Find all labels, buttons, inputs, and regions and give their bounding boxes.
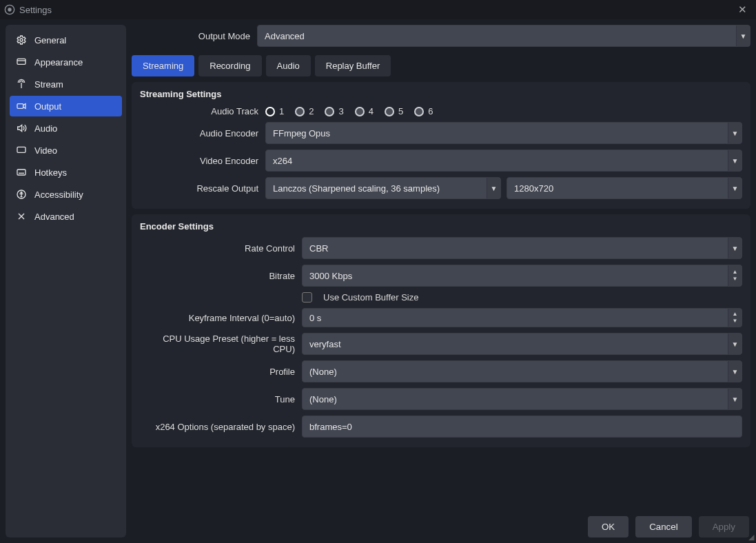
sidebar-item-output[interactable]: Output (10, 96, 122, 116)
obs-logo-icon (4, 4, 15, 15)
tab-recording[interactable]: Recording (198, 55, 261, 76)
radio-label: 2 (309, 106, 314, 116)
sidebar-item-general[interactable]: General (6, 30, 126, 50)
window-close-button[interactable]: ✕ (733, 3, 752, 16)
rescale-output-label: Rescale Output (140, 183, 265, 194)
x264-opts-input[interactable] (302, 416, 742, 438)
x264-opts-label: x264 Options (separated by space) (140, 422, 302, 432)
rate-control-label: Rate Control (140, 243, 302, 254)
radio-label: 6 (428, 106, 433, 116)
dialog-footer: OK Cancel Apply (132, 512, 750, 537)
audio-encoder-row: Audio Encoder FFmpeg Opus ▼ (140, 122, 742, 144)
audio-track-radio-3[interactable]: 3 (325, 106, 343, 116)
video-encoder-select[interactable]: x264 ▼ (265, 150, 742, 172)
rescale-method-value: Lanczos (Sharpened scaling, 36 samples) (273, 183, 440, 194)
svg-rect-6 (17, 170, 25, 175)
rate-control-row: Rate Control CBR ▼ (140, 237, 742, 259)
svg-rect-3 (17, 59, 25, 64)
profile-value: (None) (309, 367, 337, 377)
tab-replay-buffer[interactable]: Replay Buffer (315, 55, 391, 76)
output-tabs: StreamingRecordingAudioReplay Buffer (132, 55, 750, 76)
svg-rect-4 (17, 104, 23, 109)
apply-button[interactable]: Apply (699, 516, 749, 537)
radio-label: 1 (279, 106, 284, 116)
radio-label: 4 (369, 106, 374, 116)
sidebar-item-appearance[interactable]: Appearance (6, 52, 126, 72)
bitrate-row: Bitrate 3000 Kbps ▲▼ (140, 265, 742, 287)
output-mode-label: Output Mode (132, 31, 257, 41)
x264-opts-field[interactable] (309, 422, 735, 432)
audio-track-radio-2[interactable]: 2 (295, 106, 314, 116)
rescale-output-row: Rescale Output Lanczos (Sharpened scalin… (140, 177, 742, 199)
sidebar-item-hotkeys[interactable]: Hotkeys (6, 162, 126, 183)
sidebar-item-advanced[interactable]: Advanced (6, 206, 126, 227)
sidebar-item-stream[interactable]: Stream (6, 74, 126, 94)
audio-track-radio-6[interactable]: 6 (414, 106, 433, 116)
camera-icon (15, 101, 28, 112)
custom-buffer-checkbox[interactable] (302, 292, 312, 303)
chevron-up-icon: ▲ (733, 269, 738, 275)
tune-select[interactable]: (None) ▼ (302, 388, 742, 410)
cpu-preset-row: CPU Usage Preset (higher = less CPU) ver… (140, 333, 742, 355)
rescale-method-select[interactable]: Lanczos (Sharpened scaling, 36 samples) … (265, 177, 501, 199)
settings-main: Output Mode Advanced ▼ StreamingRecordin… (132, 25, 750, 537)
encoder-settings-section: Encoder Settings Rate Control CBR ▼ Bitr… (132, 214, 750, 447)
audio-encoder-select[interactable]: FFmpeg Opus ▼ (265, 122, 742, 144)
profile-row: Profile (None) ▼ (140, 360, 742, 382)
spinner-buttons-icon[interactable]: ▲▼ (728, 309, 742, 327)
radio-dot-icon (295, 107, 305, 116)
tools-icon (15, 211, 28, 222)
radio-dot-icon (325, 107, 334, 116)
sidebar-item-label: Advanced (34, 212, 74, 222)
monitor-icon (15, 145, 28, 156)
tune-row: Tune (None) ▼ (140, 388, 742, 410)
sidebar-item-label: Output (34, 101, 61, 112)
svg-point-2 (20, 39, 23, 41)
bitrate-input[interactable]: 3000 Kbps ▲▼ (302, 265, 742, 287)
sidebar-item-audio[interactable]: Audio (6, 118, 126, 139)
rescale-resolution-select[interactable]: 1280x720 ▼ (507, 177, 742, 199)
sidebar-item-label: General (34, 35, 66, 45)
bitrate-value: 3000 Kbps (309, 271, 352, 281)
cpu-preset-select[interactable]: veryfast ▼ (302, 333, 742, 355)
spinner-buttons-icon[interactable]: ▲▼ (728, 265, 742, 286)
chevron-down-icon: ▼ (728, 361, 742, 382)
svg-point-8 (21, 192, 22, 193)
keyframe-input[interactable]: 0 s ▲▼ (302, 308, 742, 327)
rate-control-value: CBR (309, 243, 328, 254)
radio-dot-icon (355, 107, 365, 116)
profile-select[interactable]: (None) ▼ (302, 360, 742, 382)
svg-point-1 (8, 8, 11, 11)
x264-opts-row: x264 Options (separated by space) (140, 416, 742, 438)
titlebar: Settings ✕ (0, 0, 756, 19)
keyframe-value: 0 s (309, 313, 321, 323)
rate-control-select[interactable]: CBR ▼ (302, 237, 742, 259)
speaker-icon (15, 123, 28, 134)
audio-track-radio-5[interactable]: 5 (385, 106, 403, 116)
antenna-icon (15, 79, 28, 90)
audio-track-radio-1[interactable]: 1 (265, 106, 284, 116)
tab-audio[interactable]: Audio (266, 55, 311, 76)
output-mode-select[interactable]: Advanced ▼ (257, 25, 750, 47)
video-encoder-row: Video Encoder x264 ▼ (140, 150, 742, 172)
cancel-button[interactable]: Cancel (635, 516, 692, 537)
custom-buffer-label: Use Custom Buffer Size (323, 292, 418, 303)
tab-streaming[interactable]: Streaming (132, 55, 194, 76)
audio-track-row: Audio Track 123456 (140, 106, 742, 116)
streaming-settings-section: Streaming Settings Audio Track 123456 Au… (132, 82, 750, 209)
audio-track-radio-4[interactable]: 4 (355, 106, 374, 116)
custom-buffer-row: Use Custom Buffer Size (140, 292, 742, 303)
sidebar-item-accessibility[interactable]: Accessibility (6, 184, 126, 205)
ok-button[interactable]: OK (588, 516, 629, 537)
output-mode-row: Output Mode Advanced ▼ (132, 25, 750, 47)
sidebar-item-label: Stream (34, 79, 63, 90)
accessibility-icon (15, 189, 28, 200)
audio-track-radio-group: 123456 (265, 106, 433, 116)
profile-label: Profile (140, 367, 302, 377)
sidebar-item-video[interactable]: Video (6, 140, 126, 161)
svg-rect-5 (17, 147, 25, 152)
radio-dot-icon (385, 107, 394, 116)
resize-grip-icon[interactable]: ◢ (748, 533, 753, 542)
tune-label: Tune (140, 394, 302, 404)
chevron-down-icon: ▼ (728, 178, 742, 198)
